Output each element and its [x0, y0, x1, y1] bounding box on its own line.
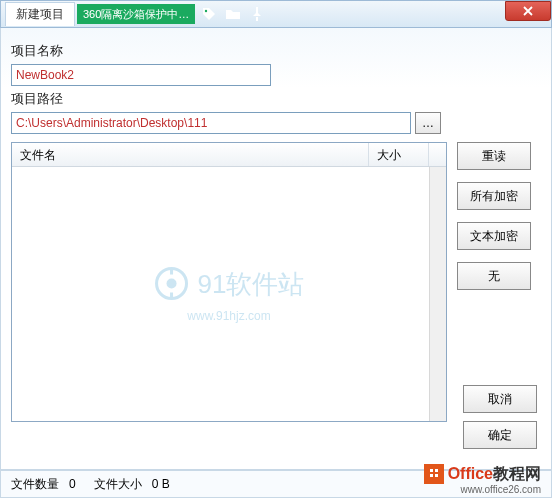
- brand-office: Office: [448, 465, 493, 482]
- list-body: 91软件站 www.91hjz.com: [12, 167, 446, 421]
- svg-rect-4: [430, 469, 433, 472]
- project-path-input[interactable]: [11, 112, 411, 134]
- encrypt-all-button[interactable]: 所有加密: [457, 182, 531, 210]
- reread-button[interactable]: 重读: [457, 142, 531, 170]
- file-size: 文件大小 0 B: [94, 476, 170, 493]
- col-size[interactable]: 大小: [369, 143, 429, 166]
- svg-rect-3: [427, 467, 441, 481]
- svg-point-1: [157, 269, 187, 299]
- pin-icon[interactable]: [249, 6, 265, 22]
- project-name-label: 项目名称: [11, 42, 541, 60]
- encrypt-text-button[interactable]: 文本加密: [457, 222, 531, 250]
- tag-icon[interactable]: [201, 6, 217, 22]
- titlebar-icons: [201, 6, 265, 22]
- scrollbar[interactable]: [429, 167, 446, 421]
- svg-point-2: [167, 279, 177, 289]
- file-list[interactable]: 文件名 大小 91软件站 www.91hjz.com: [11, 142, 447, 422]
- file-count: 文件数量 0: [11, 476, 76, 493]
- browse-button[interactable]: …: [415, 112, 441, 134]
- none-button[interactable]: 无: [457, 262, 531, 290]
- file-size-value: 0 B: [152, 477, 170, 491]
- svg-rect-7: [435, 474, 438, 477]
- watermark-url: www.91hjz.com: [154, 309, 305, 323]
- window-title: 新建项目: [5, 2, 75, 26]
- col-scroll-spacer: [429, 143, 446, 166]
- bottom-buttons: 取消 确定: [463, 385, 537, 449]
- svg-rect-5: [435, 469, 438, 472]
- project-name-input[interactable]: [11, 64, 271, 86]
- watermark-text: 91软件站: [198, 266, 305, 301]
- sandbox-badge: 360隔离沙箱保护中…: [77, 4, 195, 24]
- svg-point-0: [205, 10, 207, 12]
- brand-url: www.office26.com: [424, 484, 541, 495]
- svg-rect-6: [430, 474, 433, 477]
- ok-button[interactable]: 确定: [463, 421, 537, 449]
- content-area: 项目名称 项目路径 … 文件名 大小 91软件站 www.91hjz.com: [0, 28, 552, 470]
- cancel-button[interactable]: 取消: [463, 385, 537, 413]
- project-path-label: 项目路径: [11, 90, 541, 108]
- office-icon: [424, 464, 444, 484]
- brand-suffix: 教程网: [493, 465, 541, 482]
- close-button[interactable]: [505, 1, 551, 21]
- titlebar: 新建项目 360隔离沙箱保护中…: [0, 0, 552, 28]
- side-buttons: 重读 所有加密 文本加密 无: [457, 142, 531, 422]
- statusbar: 文件数量 0 文件大小 0 B Office教程网 www.office26.c…: [0, 470, 552, 498]
- close-icon: [523, 6, 533, 16]
- watermark: 91软件站 www.91hjz.com: [154, 266, 305, 323]
- watermark-icon: [154, 266, 190, 302]
- branding: Office教程网 www.office26.com: [424, 464, 541, 495]
- file-count-value: 0: [69, 477, 76, 491]
- list-header: 文件名 大小: [12, 143, 446, 167]
- folder-icon[interactable]: [225, 6, 241, 22]
- file-count-label: 文件数量: [11, 477, 59, 491]
- file-size-label: 文件大小: [94, 477, 142, 491]
- col-filename[interactable]: 文件名: [12, 143, 369, 166]
